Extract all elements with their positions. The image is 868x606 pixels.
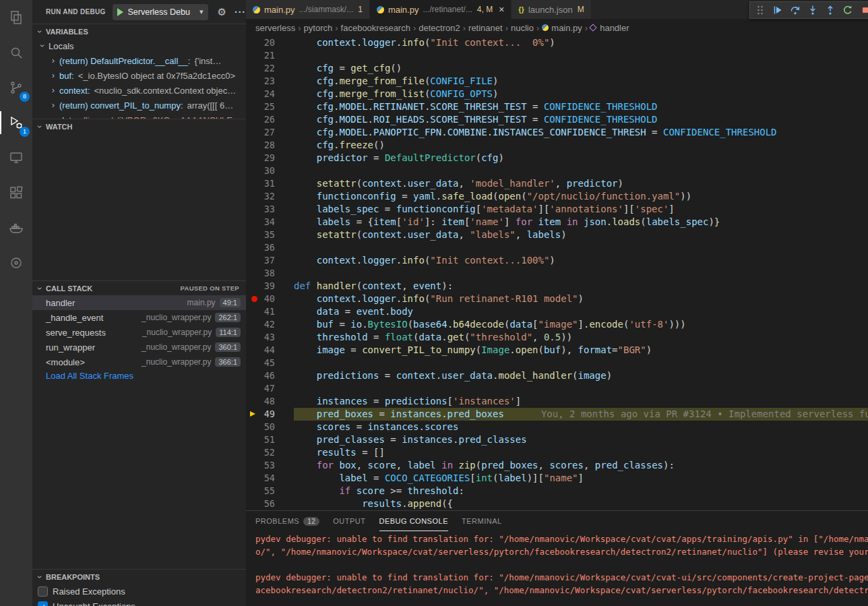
breadcrumb-item[interactable]: detectron2 — [418, 23, 460, 33]
code-line-47[interactable]: 47 — [246, 382, 868, 395]
line-number[interactable]: 55 — [246, 485, 294, 497]
gutter[interactable]: 27 — [246, 126, 294, 139]
gutter[interactable]: 30 — [246, 164, 294, 177]
chevron-right-icon[interactable]: › — [49, 71, 58, 80]
code-line-44[interactable]: 44 image = convert_PIL_to_numpy(Image.op… — [246, 344, 868, 357]
gutter[interactable]: 47 — [246, 382, 294, 395]
gutter[interactable]: 33 — [246, 203, 294, 216]
panel-tab-debug-console[interactable]: DEBUG CONSOLE — [379, 511, 448, 531]
editor-tab[interactable]: main.py.../siammask/...1 — [246, 0, 370, 19]
variable-item[interactable]: ›context:<nuclio_sdk.context.Context obj… — [32, 83, 246, 98]
line-number[interactable]: 52 — [246, 446, 294, 459]
gutter[interactable]: 55 — [246, 485, 294, 497]
panel-tab-terminal[interactable]: TERMINAL — [462, 511, 502, 531]
chevron-right-icon[interactable]: › — [49, 56, 58, 65]
gutter[interactable]: 21 — [246, 49, 294, 62]
gutter[interactable]: 24 — [246, 88, 294, 100]
line-number[interactable]: 21 — [246, 49, 294, 62]
close-icon[interactable]: × — [499, 5, 504, 14]
code-line-35[interactable]: 35 setattr(context.user_data, "labels", … — [246, 229, 868, 241]
gutter[interactable]: 48 — [246, 395, 294, 408]
line-number[interactable]: 25 — [246, 100, 294, 113]
gutter[interactable]: 50 — [246, 421, 294, 433]
breadcrumb-item[interactable]: main.py — [542, 23, 582, 33]
code-line-26[interactable]: 26 cfg.MODEL.ROI_HEADS.SCORE_THRESH_TEST… — [246, 113, 868, 126]
line-number[interactable]: 29 — [246, 152, 294, 164]
gear-icon[interactable]: ⚙ — [218, 6, 226, 18]
line-number[interactable]: 22 — [246, 62, 294, 75]
code-line-23[interactable]: 23 cfg.merge_from_file(CONFIG_FILE) — [246, 75, 868, 88]
checkbox-icon[interactable]: ✓ — [38, 601, 48, 606]
breakpoint-item[interactable]: ✓Uncaught Exceptions — [32, 599, 246, 606]
code-line-46[interactable]: 46 predictions = context.user_data.model… — [246, 369, 868, 382]
line-number[interactable]: 56 — [246, 497, 294, 510]
panel-tab-problems[interactable]: PROBLEMS12 — [255, 511, 319, 531]
gutter[interactable]: 46 — [246, 369, 294, 382]
step-out-button[interactable] — [822, 2, 839, 18]
activity-extensions-icon[interactable] — [0, 175, 32, 210]
gutter[interactable]: 41 — [246, 305, 294, 318]
load-all-stack-frames-link[interactable]: Load All Stack Frames — [32, 369, 246, 383]
code-line-49[interactable]: 49 pred_boxes = instances.pred_boxesYou,… — [246, 408, 868, 421]
code-line-51[interactable]: 51 pred_classes = instances.pred_classes — [246, 433, 868, 446]
code-line-27[interactable]: 27 cfg.MODEL.PANOPTIC_FPN.COMBINE.INSTAN… — [246, 126, 868, 139]
stop-button[interactable] — [857, 2, 868, 18]
line-number[interactable]: 43 — [246, 331, 294, 344]
breakpoints-section-header[interactable]: › BREAKPOINTS — [32, 569, 246, 584]
editor-tab[interactable]: {}launch.jsonM — [512, 0, 591, 19]
gutter[interactable]: 40 — [246, 293, 294, 305]
activity-misc-tool-icon[interactable] — [0, 245, 32, 280]
breadcrumb-item[interactable]: handler — [590, 23, 629, 33]
gutter[interactable]: 54 — [246, 472, 294, 485]
breadcrumb-item[interactable]: retinanet — [468, 23, 503, 33]
activity-remote-explorer-icon[interactable] — [0, 140, 32, 175]
variable-item[interactable]: ›buf:<_io.BytesIO object at 0x7f5a2dc1ec… — [32, 68, 246, 83]
code-line-37[interactable]: 37 context.logger.info("Init context...1… — [246, 254, 868, 267]
code-line-31[interactable]: 31 setattr(context.user_data, 'model_han… — [246, 177, 868, 190]
gutter[interactable]: 51 — [246, 433, 294, 446]
watch-section-header[interactable]: › WATCH — [32, 119, 246, 133]
continue-button[interactable] — [769, 2, 786, 18]
gutter[interactable]: 42 — [246, 318, 294, 331]
line-number[interactable]: 24 — [246, 88, 294, 100]
line-number[interactable]: 54 — [246, 472, 294, 485]
breadcrumb-item[interactable]: serverless — [255, 23, 295, 33]
line-number[interactable]: 44 — [246, 344, 294, 357]
line-number[interactable]: 23 — [246, 75, 294, 88]
gutter[interactable]: 49 — [246, 408, 294, 421]
call-stack-section-header[interactable]: › CALL STACK PAUSED ON STEP — [32, 280, 246, 295]
line-number[interactable]: 30 — [246, 164, 294, 177]
gutter[interactable]: 37 — [246, 254, 294, 267]
chevron-right-icon[interactable]: › — [49, 100, 58, 110]
gutter[interactable]: 39 — [246, 280, 294, 293]
line-number[interactable]: 46 — [246, 369, 294, 382]
line-number[interactable]: 45 — [246, 357, 294, 369]
gutter[interactable]: 26 — [246, 113, 294, 126]
code-line-38[interactable]: 38 — [246, 267, 868, 280]
gutter[interactable]: 44 — [246, 344, 294, 357]
code-line-34[interactable]: 34 labels = {item['id']: item['name'] fo… — [246, 216, 868, 229]
line-number[interactable]: 48 — [246, 395, 294, 408]
checkbox-icon[interactable] — [38, 586, 48, 597]
code-line-22[interactable]: 22 cfg = get_cfg() — [246, 62, 868, 75]
breadcrumb-item[interactable]: facebookresearch — [341, 23, 410, 33]
gutter[interactable]: 22 — [246, 62, 294, 75]
gutter[interactable]: 52 — [246, 446, 294, 459]
stack-frame-item[interactable]: run_wrapper_nuclio_wrapper.py360:1 — [32, 340, 246, 355]
restart-button[interactable] — [839, 2, 857, 18]
line-number[interactable]: 47 — [246, 382, 294, 395]
activity-explorer-icon[interactable] — [0, 0, 32, 35]
code-line-33[interactable]: 33 labels_spec = functionconfig['metadat… — [246, 203, 868, 216]
code-line-43[interactable]: 43 threshold = float(data.get("threshold… — [246, 331, 868, 344]
launch-config-dropdown[interactable]: Serverless Debu ▾ — [113, 4, 208, 20]
start-debugging-icon[interactable] — [117, 8, 123, 16]
breadcrumb-item[interactable]: pytorch — [304, 23, 333, 33]
activity-docker-icon[interactable] — [0, 210, 32, 245]
code-line-36[interactable]: 36 — [246, 241, 868, 254]
gutter[interactable]: 38 — [246, 267, 294, 280]
gutter[interactable]: 23 — [246, 75, 294, 88]
gutter[interactable]: 45 — [246, 357, 294, 369]
line-number[interactable]: 42 — [246, 318, 294, 331]
line-number[interactable]: 51 — [246, 433, 294, 446]
gutter[interactable]: 28 — [246, 139, 294, 152]
